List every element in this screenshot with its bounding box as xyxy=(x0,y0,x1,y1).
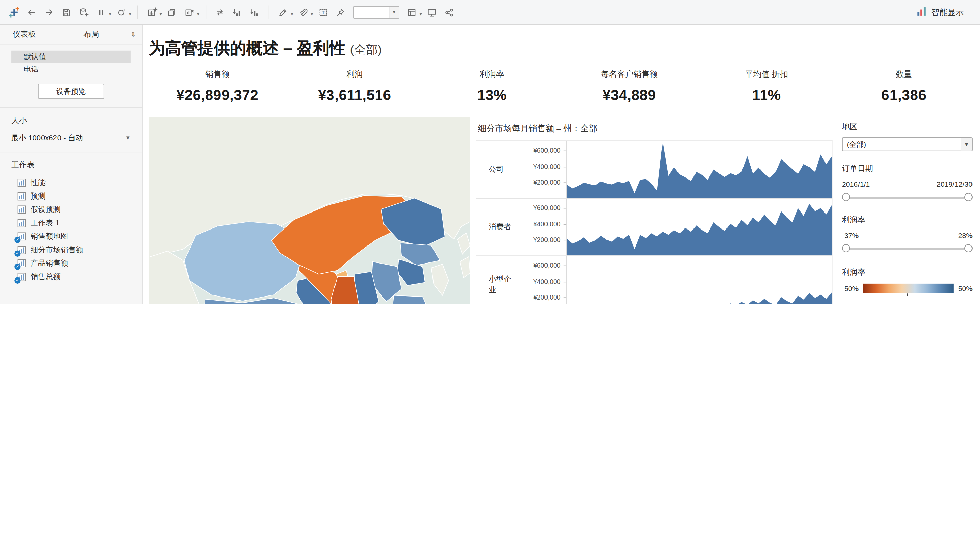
dashboard-canvas: 为高管提供的概述 – 盈利性 (全部) 销售额¥26,899,372利润¥3,6… xyxy=(143,25,980,304)
slider-handle-right[interactable] xyxy=(964,244,973,252)
sort-ascending-button[interactable] xyxy=(229,4,246,20)
order-date-slider[interactable] xyxy=(842,192,973,202)
clear-sheet-button[interactable] xyxy=(181,4,198,20)
size-dropdown-value: 最小 1000x620 - 自动 xyxy=(11,132,83,143)
filter-panel: 地区 (全部) ▼ 订单日期 2016/1/1 2019/12/30 xyxy=(842,117,973,304)
duplicate-sheet-button[interactable] xyxy=(164,4,180,20)
kpi-1[interactable]: 销售额¥26,899,372 xyxy=(149,69,286,104)
sheet-item-6[interactable]: ✓细分市场销售额 xyxy=(11,243,131,256)
dropdown-caret-icon[interactable]: ▾ xyxy=(420,11,422,17)
y-tick-label: ¥400,000 xyxy=(533,220,560,227)
area-chart[interactable] xyxy=(567,256,832,304)
slider-track[interactable] xyxy=(845,248,970,250)
kpi-label: 数量 xyxy=(836,69,973,80)
size-dropdown[interactable]: 最小 1000x620 - 自动 ▼ xyxy=(11,132,131,144)
dropdown-caret-icon[interactable]: ▾ xyxy=(311,11,313,17)
sheet-item-1[interactable]: 性能 xyxy=(11,176,131,189)
area-chart[interactable] xyxy=(567,141,832,198)
slider-track[interactable] xyxy=(845,197,970,199)
sheet-item-label: 销售总额 xyxy=(31,272,61,282)
device-phone[interactable]: 电话 xyxy=(11,63,131,76)
size-section: 大小 最小 1000x620 - 自动 ▼ xyxy=(0,108,142,152)
sheet-item-3[interactable]: 假设预测 xyxy=(11,203,131,216)
share-workbook-button[interactable] xyxy=(441,4,458,20)
dropdown-caret-icon[interactable]: ▾ xyxy=(109,11,111,17)
dropdown-caret-icon[interactable]: ▾ xyxy=(129,11,131,17)
profit-color-legend-row: -50% 50% xyxy=(842,284,973,293)
profit-legend-label: 利润率 xyxy=(842,267,973,278)
presentation-mode-button[interactable] xyxy=(424,4,440,20)
undo-button[interactable] xyxy=(23,4,40,20)
refresh-data-button[interactable] xyxy=(113,4,129,20)
new-data-source-button[interactable] xyxy=(76,4,92,20)
y-tick-label: ¥600,000 xyxy=(533,261,560,269)
device-default[interactable]: 默认值 xyxy=(11,51,131,63)
highlight-button[interactable] xyxy=(275,4,291,20)
kpi-label: 利润率 xyxy=(423,69,560,80)
y-tick-mark xyxy=(564,150,566,151)
fit-selector[interactable]: ▾ xyxy=(353,6,400,18)
chart-0-row-1[interactable]: 公司¥600,000¥400,000¥200,000 xyxy=(476,141,832,198)
size-header: 大小 xyxy=(11,116,131,126)
device-preview-button[interactable]: 设备预览 xyxy=(38,84,104,99)
kpi-5[interactable]: 平均值 折扣11% xyxy=(698,69,835,104)
show-me-button[interactable]: 智能显示 xyxy=(913,6,967,18)
show-hide-cards-button[interactable] xyxy=(404,4,420,20)
y-axis: ¥600,000¥400,000¥200,000 xyxy=(515,198,567,255)
slider-handle-left[interactable] xyxy=(842,193,850,201)
in-use-check-icon: ✓ xyxy=(14,264,20,270)
tab-dashboard[interactable]: 仪表板 xyxy=(0,29,71,40)
dashboard-title: 为高管提供的概述 – 盈利性 (全部) xyxy=(149,37,973,59)
area-chart[interactable] xyxy=(567,198,832,255)
worksheet-icon xyxy=(17,219,25,227)
swap-rows-columns-button[interactable] xyxy=(212,4,228,20)
kpi-row: 销售额¥26,899,372利润¥3,611,516利润率13%每名客户销售额¥… xyxy=(149,69,973,104)
legend-tick xyxy=(907,293,907,296)
kpi-value: 11% xyxy=(698,87,835,104)
order-date-label: 订单日期 xyxy=(842,164,973,174)
dropdown-caret-icon[interactable]: ▾ xyxy=(159,11,162,17)
y-axis: ¥600,000¥400,000¥200,000 xyxy=(515,256,567,304)
pause-auto-updates-button[interactable] xyxy=(93,4,109,20)
slider-handle-right[interactable] xyxy=(964,193,973,201)
collapse-arrows-icon[interactable]: ⇕ xyxy=(130,30,136,38)
chart-0-row-2[interactable]: 消费者¥600,000¥400,000¥200,000 xyxy=(476,198,832,256)
redo-button[interactable] xyxy=(40,4,57,20)
save-button[interactable] xyxy=(58,4,75,20)
kpi-3[interactable]: 利润率13% xyxy=(423,69,560,104)
sheet-item-5[interactable]: ✓销售额地图 xyxy=(11,230,131,243)
charts-column: 细分市场每月销售额 – 州：全部 公司¥600,000¥400,000¥200,… xyxy=(476,117,832,304)
sheet-item-label: 产品销售额 xyxy=(31,258,68,269)
dropdown-caret-icon[interactable]: ▾ xyxy=(197,11,199,17)
kpi-6[interactable]: 数量61,386 xyxy=(836,69,973,104)
new-worksheet-button[interactable] xyxy=(144,4,160,20)
dashboard-sidebar: 仪表板 布局 ⇕ 默认值 电话 设备预览 大小 最小 1000x620 - 自动… xyxy=(0,25,143,304)
profit-color-legend[interactable] xyxy=(863,284,954,293)
worksheet-icon: ✓ xyxy=(17,273,25,281)
sort-descending-button[interactable] xyxy=(247,4,264,20)
sheet-item-2[interactable]: 预测 xyxy=(11,189,131,203)
sheet-item-4[interactable]: 工作表 1 xyxy=(11,216,131,230)
series-label: 小型企业 xyxy=(476,256,515,304)
group-members-group: ▾ xyxy=(294,4,314,20)
chart-0-row-3[interactable]: 小型企业¥600,000¥400,000¥200,000 xyxy=(476,256,832,304)
sales-map[interactable]: © 2020 Mapbox © OpenStreetMap xyxy=(149,117,470,304)
series-label: 消费者 xyxy=(476,198,515,255)
sheet-item-label: 细分市场销售额 xyxy=(31,245,83,255)
group-members-button[interactable] xyxy=(295,4,311,20)
profit-ratio-slider[interactable] xyxy=(842,243,973,253)
kpi-4[interactable]: 每名客户销售额¥34,889 xyxy=(561,69,698,104)
kpi-2[interactable]: 利润¥3,611,516 xyxy=(286,69,423,104)
y-tick-label: ¥400,000 xyxy=(533,162,560,170)
show-mark-labels-button[interactable]: T xyxy=(315,4,332,20)
region-filter-value: (全部) xyxy=(842,140,961,149)
dropdown-caret-icon[interactable]: ▾ xyxy=(290,11,293,17)
sheet-item-8[interactable]: ✓销售总额 xyxy=(11,270,131,283)
order-date-start: 2016/1/1 xyxy=(842,180,870,188)
fix-axes-pin-button[interactable] xyxy=(332,4,349,20)
china-choropleth-map[interactable] xyxy=(149,117,470,304)
slider-handle-left[interactable] xyxy=(842,244,850,252)
y-tick-label: ¥200,000 xyxy=(533,236,560,243)
region-filter-dropdown[interactable]: (全部) ▼ xyxy=(842,137,973,151)
sheet-item-7[interactable]: ✓产品销售额 xyxy=(11,257,131,270)
